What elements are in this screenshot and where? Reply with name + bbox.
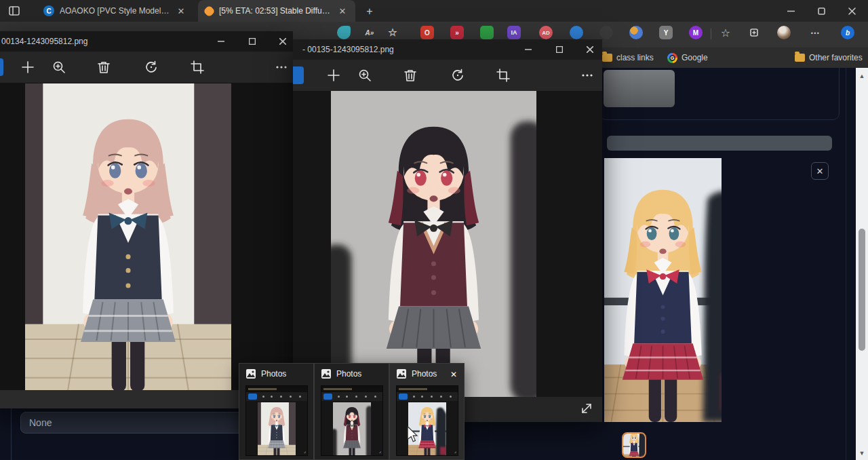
- other-favorites[interactable]: Other favorites: [792, 50, 865, 65]
- see-all-photos-button[interactable]: [293, 66, 304, 84]
- extension-teal-icon[interactable]: [337, 26, 351, 39]
- extension-o-icon[interactable]: O: [420, 26, 434, 39]
- crop-icon[interactable]: [190, 60, 205, 75]
- preview-header: Photos: [315, 364, 389, 384]
- preview-app-label: Photos: [412, 369, 437, 379]
- taskbar-preview-card-1[interactable]: Photos ⌟: [239, 363, 314, 460]
- photos-window-1: 00134-1243095812.png: [0, 31, 293, 408]
- add-icon[interactable]: [326, 68, 341, 83]
- scroll-down-arrow[interactable]: ▼: [856, 448, 868, 459]
- extension-dark-icon[interactable]: [599, 26, 613, 39]
- mini-titlebar: [246, 386, 307, 392]
- mini-expand-icon: ⌟: [379, 448, 381, 454]
- rotate-icon[interactable]: [144, 60, 159, 75]
- extension-globe-icon[interactable]: [629, 26, 643, 39]
- minimize-button[interactable]: [517, 39, 540, 60]
- settings-more-icon[interactable]: ⋯: [808, 26, 822, 39]
- thumbnail-image: [623, 434, 645, 457]
- photo-00135[interactable]: [331, 91, 536, 397]
- favorite-label: Other favorites: [809, 53, 863, 62]
- generated-image[interactable]: [604, 158, 722, 422]
- photos-app-icon: [321, 368, 332, 379]
- civitai-icon: C: [43, 5, 54, 16]
- extension-m-icon[interactable]: M: [689, 26, 703, 39]
- favorite-google[interactable]: G Google: [665, 50, 711, 65]
- mini-window-thumbnail[interactable]: ⌟: [396, 385, 458, 456]
- window-maximize-button[interactable]: [806, 0, 837, 22]
- scrollbar-thumb[interactable]: [859, 229, 865, 351]
- extension-forward-icon[interactable]: »: [450, 26, 464, 39]
- bing-chat-icon[interactable]: b: [841, 26, 854, 39]
- extension-reader-icon[interactable]: A»: [363, 26, 376, 39]
- extension-blue-icon[interactable]: [570, 26, 583, 39]
- favorite-label: class links: [616, 53, 654, 62]
- gradio-icon: [203, 5, 215, 17]
- close-button[interactable]: [271, 31, 294, 52]
- tab-close-icon[interactable]: ✕: [175, 5, 187, 17]
- tab-civitai[interactable]: C AOAOKO [PVC Style Model] - PV ✕: [37, 0, 194, 22]
- mini-see-all-photos: [248, 394, 257, 400]
- scroll-up-arrow[interactable]: ▲: [856, 71, 868, 81]
- extension-star-icon[interactable]: ☆: [386, 26, 399, 39]
- preview-close-icon[interactable]: ✕: [448, 368, 460, 381]
- preview-app-label: Photos: [336, 369, 361, 379]
- see-all-photos-button[interactable]: [0, 58, 3, 76]
- crop-icon[interactable]: [496, 68, 511, 83]
- extension-ia-icon[interactable]: IA: [507, 26, 521, 39]
- more-options-icon[interactable]: [274, 60, 289, 75]
- taskbar-preview-card-2[interactable]: Photos ⌟: [314, 363, 389, 460]
- delete-icon[interactable]: [403, 68, 418, 83]
- gallery-thumbnail-selected[interactable]: [622, 432, 646, 458]
- delete-icon[interactable]: [96, 60, 111, 75]
- maximize-button[interactable]: [548, 39, 571, 60]
- expand-icon[interactable]: [580, 402, 593, 415]
- dropdown-value: None: [29, 417, 52, 428]
- extension-adblock-icon[interactable]: AD: [539, 26, 553, 39]
- zoom-in-icon[interactable]: [52, 60, 66, 75]
- tab-actions-menu-icon[interactable]: [8, 5, 20, 17]
- mini-window-thumbnail[interactable]: ⌟: [245, 385, 308, 456]
- photos-app-icon: [396, 368, 407, 379]
- window-minimize-button[interactable]: [776, 0, 806, 22]
- panel-edge-left: [11, 406, 12, 460]
- google-icon: G: [667, 53, 677, 63]
- mini-titlebar: [321, 386, 382, 392]
- page-scrollbar[interactable]: ▲ ▼: [856, 68, 868, 460]
- maximize-button[interactable]: [241, 31, 264, 52]
- favorites-star-icon[interactable]: ☆: [719, 26, 732, 39]
- new-tab-button[interactable]: +: [362, 4, 377, 19]
- collections-icon[interactable]: [747, 26, 761, 39]
- mini-toolbar: [321, 392, 382, 401]
- black-hair-girl-image: [331, 91, 536, 397]
- profile-avatar[interactable]: [777, 26, 791, 39]
- mini-toolbar: [246, 392, 307, 401]
- progress-bar: [607, 136, 832, 151]
- more-options-icon[interactable]: [580, 68, 595, 83]
- preview-app-label: Photos: [261, 369, 286, 379]
- desktop-screen: C AOAOKO [PVC Style Model] - PV ✕ [5% ET…: [0, 0, 868, 460]
- favorite-class-links[interactable]: class links: [599, 50, 656, 65]
- taskbar-preview-card-3[interactable]: Photos ✕ ⌟: [389, 363, 465, 460]
- extension-y-icon[interactable]: Y: [659, 26, 673, 39]
- photos-window-title: 00134-1243095812.png: [1, 37, 87, 46]
- blonde-girl-image: [604, 158, 722, 422]
- preview-header: Photos: [239, 364, 313, 384]
- mini-see-all-photos: [323, 394, 332, 400]
- zoom-in-icon[interactable]: [357, 68, 372, 83]
- tab-close-icon[interactable]: ✕: [336, 5, 349, 17]
- extension-green-icon[interactable]: [480, 26, 494, 39]
- minimize-button[interactable]: [210, 31, 233, 52]
- webui-gray-button[interactable]: [604, 70, 675, 107]
- mini-see-all-photos: [399, 394, 408, 400]
- photo-00134[interactable]: [25, 83, 231, 390]
- window-close-button[interactable]: [837, 0, 867, 22]
- add-icon[interactable]: [20, 60, 35, 75]
- photos-canvas: [0, 83, 293, 408]
- mini-expand-icon: ⌟: [454, 448, 456, 454]
- tab-stable-diffusion[interactable]: [5% ETA: 02:53] Stable Diffusion ✕: [198, 0, 355, 22]
- image-close-button[interactable]: ✕: [811, 162, 829, 180]
- rotate-icon[interactable]: [450, 68, 465, 83]
- close-button[interactable]: [578, 39, 601, 60]
- mini-window-thumbnail[interactable]: ⌟: [321, 385, 383, 456]
- folder-icon: [602, 54, 612, 62]
